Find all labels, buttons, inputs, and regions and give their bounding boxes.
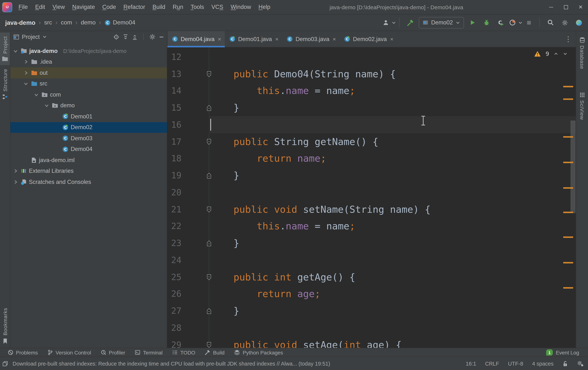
maximize-button[interactable] (558, 0, 573, 14)
code-text[interactable]: return age; (209, 286, 576, 302)
tree-item-scratches-and-consoles[interactable]: Scratches and Consoles (10, 176, 167, 187)
tab-demo04-java[interactable]: CDemo04.java× (167, 31, 225, 47)
event-log-button[interactable]: 1 Event Log (546, 349, 585, 356)
indexing-settings-icon[interactable] (577, 360, 584, 367)
close-tab-icon[interactable]: × (333, 36, 336, 42)
gutter-fold-column[interactable] (181, 269, 209, 286)
gutter-fold-column[interactable] (181, 235, 209, 252)
fold-start-icon[interactable] (207, 204, 211, 215)
code-text[interactable]: } (209, 167, 576, 184)
status-message[interactable]: Download pre-built shared indexes: Reduc… (13, 360, 330, 367)
code-text[interactable]: } (209, 99, 576, 116)
code-text[interactable]: this.name = name; (209, 82, 576, 99)
fold-end-icon[interactable] (207, 237, 211, 249)
tree-item-external-libraries[interactable]: External Libraries (10, 165, 167, 176)
code-text[interactable] (209, 252, 576, 269)
code-text[interactable]: public Demo04(String name) { (209, 65, 576, 82)
tree-item-java-demo-iml[interactable]: java-demo.iml (10, 155, 167, 165)
previous-problem-icon[interactable] (554, 51, 558, 56)
menu-build[interactable]: Build (149, 2, 169, 12)
inspections-widget[interactable]: 9 (534, 50, 568, 57)
tree-chevron-icon[interactable] (13, 49, 19, 53)
code-text[interactable] (209, 49, 576, 65)
code-text[interactable] (209, 116, 576, 133)
lock-open-icon[interactable] (562, 360, 568, 367)
breadcrumb-item[interactable]: com (59, 19, 74, 27)
tab-demo03-java[interactable]: CDemo03.java× (282, 31, 340, 47)
tree-chevron-icon[interactable] (44, 103, 50, 108)
profiler-button[interactable] (509, 17, 520, 28)
code-text[interactable]: public int getAge() { (209, 269, 576, 286)
tree-chevron-icon[interactable] (23, 60, 29, 64)
gear-icon[interactable] (149, 34, 156, 40)
stripe-database-button[interactable]: Database (576, 33, 588, 73)
gutter-fold-column[interactable] (181, 65, 209, 82)
tool-window-switcher-icon[interactable] (2, 360, 8, 367)
select-opened-file-icon[interactable] (113, 34, 119, 40)
close-button[interactable]: × (573, 0, 588, 14)
tree-item-java-demo[interactable]: java-demoD:\IdeaProjects\java-demo (10, 45, 167, 56)
toolwindow-profiler[interactable]: Profiler (96, 348, 130, 357)
toolwindow-python-packages[interactable]: Python Packages (229, 348, 288, 357)
code-text[interactable]: public String getName() { (209, 133, 576, 150)
fold-start-icon[interactable] (207, 136, 211, 147)
code-text[interactable]: public void setAge(int age) { (209, 336, 576, 348)
stripe-structure-button[interactable]: Structure (0, 65, 10, 103)
next-problem-icon[interactable] (563, 51, 568, 56)
code-text[interactable]: return name; (209, 150, 576, 167)
menu-edit[interactable]: Edit (32, 2, 49, 12)
code-text[interactable] (209, 184, 576, 201)
line-ending[interactable]: CRLF (485, 360, 499, 367)
tree-item-demo02[interactable]: CDemo02 (10, 122, 167, 133)
coverage-button[interactable]: C (495, 17, 506, 28)
tree-chevron-icon[interactable] (13, 180, 19, 184)
gutter-fold-column[interactable] (181, 201, 209, 218)
stripe-bookmarks-button[interactable]: Bookmarks (0, 304, 10, 348)
menu-help[interactable]: Help (255, 2, 274, 12)
tree-item-demo[interactable]: demo (10, 100, 167, 111)
fold-start-icon[interactable] (207, 339, 211, 348)
breadcrumb-item[interactable]: demo (79, 19, 97, 27)
code-text[interactable]: } (209, 235, 576, 252)
gutter-fold-column[interactable] (181, 99, 209, 116)
fold-end-icon[interactable] (207, 305, 211, 316)
tree-item-demo03[interactable]: CDemo03 (10, 133, 167, 144)
indent-style[interactable]: 4 spaces (532, 360, 554, 367)
toolwindow-terminal[interactable]: Terminal (130, 348, 167, 357)
gutter-fold-column[interactable] (181, 133, 209, 150)
menu-run[interactable]: Run (169, 2, 187, 12)
encoding[interactable]: UTF-8 (508, 360, 523, 367)
menu-refactor[interactable]: Refactor (120, 2, 149, 12)
fold-end-icon[interactable] (207, 170, 211, 181)
collaboration-button[interactable] (383, 17, 394, 28)
build-button[interactable] (405, 17, 416, 28)
tree-item-demo04[interactable]: CDemo04 (10, 144, 167, 155)
settings-button[interactable] (559, 17, 570, 28)
toolwindow-version-control[interactable]: Version Control (42, 348, 96, 357)
run-configuration-select[interactable]: Demo02 (419, 17, 464, 28)
stripe-sciview-button[interactable]: SciView (576, 88, 588, 123)
run-button[interactable] (467, 17, 478, 28)
debug-button[interactable] (481, 17, 492, 28)
ide-features-button[interactable] (573, 17, 584, 28)
close-tab-icon[interactable]: × (218, 36, 221, 42)
chevron-down-icon[interactable] (42, 34, 47, 39)
scrollbar-thumb[interactable] (571, 121, 575, 213)
tree-item-com[interactable]: com (10, 89, 167, 100)
stop-button[interactable] (523, 17, 534, 28)
breadcrumb-item[interactable]: CDemo04 (103, 19, 137, 27)
hide-panel-icon[interactable] (159, 34, 164, 39)
gutter-fold-column[interactable] (181, 167, 209, 184)
caret-position[interactable]: 16:1 (466, 360, 476, 367)
menu-code[interactable]: Code (98, 2, 120, 12)
stripe-project-button[interactable]: Project (0, 32, 10, 65)
tab-demo01-java[interactable]: CDemo01.java× (225, 31, 282, 47)
fold-start-icon[interactable] (207, 271, 211, 282)
code-text[interactable]: } (209, 302, 576, 319)
tree-chevron-icon[interactable] (23, 71, 29, 75)
minimize-button[interactable] (544, 0, 558, 14)
tree-item-out[interactable]: out (10, 67, 167, 78)
breadcrumb-item[interactable]: src (43, 19, 54, 27)
tree-item--idea[interactable]: .idea (10, 56, 167, 67)
fold-end-icon[interactable] (207, 102, 211, 113)
